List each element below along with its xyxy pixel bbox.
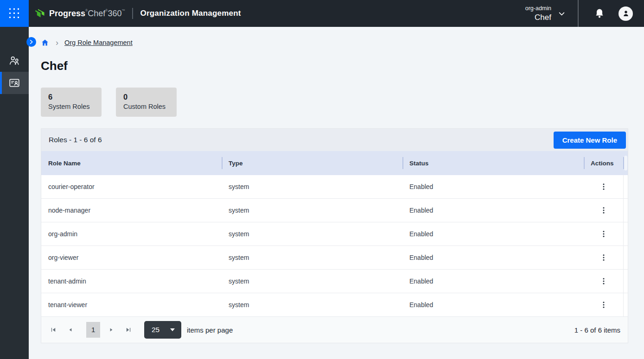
row-actions-menu-button[interactable] <box>597 180 611 194</box>
column-header-role-name[interactable]: Role Name <box>41 151 222 175</box>
app-title: Organization Management <box>140 9 241 18</box>
id-card-icon <box>8 77 20 89</box>
pagination-range-label: 1 - 6 of 6 items <box>574 326 620 334</box>
next-page-button[interactable] <box>105 324 117 336</box>
pagination-bar: 1 25 items per page 1 - 6 of 6 items <box>41 317 628 343</box>
column-header-type[interactable]: Type <box>222 151 402 175</box>
people-icon <box>8 55 20 67</box>
scrollbar-gutter <box>623 270 628 293</box>
column-header-actions: Actions <box>584 151 623 175</box>
cell-type: system <box>222 277 402 285</box>
system-roles-count: 6 <box>48 92 94 102</box>
previous-page-button[interactable] <box>64 324 77 336</box>
app-launcher-button[interactable] <box>0 0 29 27</box>
chevron-right-icon <box>29 39 34 44</box>
cell-role-name: tenant-admin <box>41 277 222 285</box>
grid-toolbar: Roles - 1 - 6 of 6 Create New Role <box>41 129 628 151</box>
last-page-button[interactable] <box>122 324 134 336</box>
brand-logo: Progress®Chef®360™ <box>34 7 125 20</box>
cell-status: Enabled <box>402 183 584 190</box>
cell-role-name: courier-operator <box>41 183 222 190</box>
column-header-status[interactable]: Status <box>402 151 584 175</box>
scrollbar-gutter <box>623 199 628 222</box>
roles-grid: Roles - 1 - 6 of 6 Create New Role Role … <box>41 128 628 343</box>
bell-icon <box>594 8 605 19</box>
cell-status: Enabled <box>402 254 584 261</box>
custom-roles-label: Custom Roles <box>123 102 169 111</box>
items-per-page-label: items per page <box>187 326 233 334</box>
scrollbar-gutter <box>623 151 628 175</box>
top-bar: Progress®Chef®360™ Organization Manageme… <box>0 0 644 27</box>
table-row[interactable]: tenant-admin system Enabled <box>41 270 628 293</box>
caret-down-icon <box>170 328 175 331</box>
brand-text: Progress®Chef®360™ <box>49 9 125 19</box>
cell-type: system <box>222 230 402 238</box>
breadcrumb-link-org-role-management[interactable]: Org Role Management <box>64 39 133 46</box>
kebab-menu-icon <box>599 277 608 285</box>
table-row[interactable]: courier-operator system Enabled <box>41 175 628 199</box>
scrollbar-thumb[interactable] <box>624 156 627 170</box>
sidebar-item-users[interactable] <box>0 50 29 72</box>
breadcrumb: › Org Role Management <box>29 27 644 46</box>
stat-cards: 6 System Roles 0 Custom Roles <box>41 88 644 117</box>
first-page-icon <box>50 327 57 333</box>
cell-status: Enabled <box>402 207 584 214</box>
cell-type: system <box>222 207 402 214</box>
sidebar-expand-button[interactable] <box>26 37 36 47</box>
page-size-dropdown[interactable]: 25 <box>144 321 181 339</box>
main-content: › Org Role Management Chef 6 System Role… <box>29 27 644 359</box>
scrollbar-gutter <box>623 222 628 246</box>
topbar-right-divider <box>578 0 579 27</box>
kebab-menu-icon <box>599 230 608 238</box>
cell-type: system <box>222 183 402 190</box>
cell-status: Enabled <box>402 230 584 238</box>
cell-status: Enabled <box>402 301 584 309</box>
page-size-value: 25 <box>152 326 159 334</box>
scrollbar-gutter <box>623 175 628 198</box>
org-role-label: org-admin <box>525 5 551 13</box>
table-row[interactable]: node-manager system Enabled <box>41 199 628 222</box>
breadcrumb-separator: › <box>56 39 58 46</box>
chevron-down-icon <box>558 10 566 18</box>
create-new-role-button[interactable]: Create New Role <box>554 132 626 149</box>
row-actions-menu-button[interactable] <box>597 274 611 288</box>
cell-role-name: org-admin <box>41 230 222 238</box>
row-actions-menu-button[interactable] <box>597 298 611 312</box>
table-row[interactable]: org-admin system Enabled <box>41 222 628 246</box>
next-page-icon <box>108 327 114 333</box>
kebab-menu-icon <box>599 253 608 262</box>
notifications-button[interactable] <box>589 3 610 24</box>
home-icon[interactable] <box>41 38 49 47</box>
table-row[interactable]: org-viewer system Enabled <box>41 246 628 270</box>
last-page-icon <box>125 327 132 333</box>
kebab-menu-icon <box>599 206 608 214</box>
user-avatar-button[interactable] <box>618 6 633 21</box>
table-row[interactable]: tenant-viewer system Enabled <box>41 293 628 317</box>
kebab-menu-icon <box>599 301 608 309</box>
scrollbar-gutter <box>623 246 628 269</box>
first-page-button[interactable] <box>47 324 59 336</box>
current-page-button[interactable]: 1 <box>86 322 100 338</box>
progress-logo-icon <box>34 7 46 20</box>
custom-roles-card: 0 Custom Roles <box>116 88 177 117</box>
org-switcher[interactable]: org-admin Chef <box>525 5 566 23</box>
system-roles-card: 6 System Roles <box>41 88 102 117</box>
sidebar-item-org-roles[interactable] <box>0 72 29 94</box>
person-icon <box>622 9 630 18</box>
cell-type: system <box>222 301 402 309</box>
cell-type: system <box>222 254 402 261</box>
cell-role-name: tenant-viewer <box>41 301 222 309</box>
previous-page-icon <box>68 327 73 333</box>
topbar-divider <box>132 8 133 19</box>
app-grid-icon <box>9 8 19 19</box>
org-name-label: Chef <box>535 13 551 23</box>
row-actions-menu-button[interactable] <box>597 251 611 265</box>
row-actions-menu-button[interactable] <box>597 203 611 217</box>
cell-role-name: org-viewer <box>41 254 222 261</box>
scrollbar-gutter <box>623 293 628 316</box>
kebab-menu-icon <box>599 183 608 191</box>
grid-title: Roles - 1 - 6 of 6 <box>49 136 102 144</box>
cell-status: Enabled <box>402 277 584 285</box>
cell-role-name: node-manager <box>41 207 222 214</box>
row-actions-menu-button[interactable] <box>597 227 611 241</box>
